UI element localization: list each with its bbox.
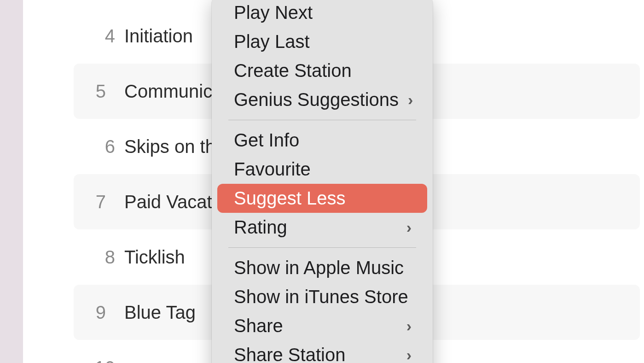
track-title: Skips on the (124, 136, 226, 157)
chevron-right-icon: › (406, 218, 412, 236)
chevron-right-icon: › (408, 91, 413, 109)
sidebar-strip (0, 0, 23, 363)
track-number: 6 (92, 136, 115, 157)
menu-item-genius-suggestions[interactable]: Genius Suggestions› (217, 85, 427, 114)
menu-separator (228, 247, 416, 248)
menu-item-play-next[interactable]: Play Next (217, 0, 427, 27)
menu-item-label: Show in Apple Music (234, 258, 404, 278)
track-number: 4 (92, 26, 115, 47)
chevron-right-icon: › (406, 317, 412, 335)
menu-item-play-last[interactable]: Play Last (217, 27, 427, 56)
context-menu[interactable]: Play NextPlay LastCreate StationGenius S… (212, 0, 433, 363)
menu-item-label: Share Station (234, 345, 345, 363)
track-title: Blue Tag (124, 302, 196, 323)
track-number: 9 (83, 302, 106, 323)
track-title: Initiation (124, 26, 193, 47)
menu-item-label: Rating (234, 217, 287, 238)
menu-item-label: Suggest Less (234, 188, 345, 209)
menu-item-favourite[interactable]: Favourite (217, 155, 427, 184)
menu-item-label: Share (234, 316, 283, 336)
track-number: 7 (83, 192, 106, 212)
menu-item-label: Show in iTunes Store (234, 287, 408, 307)
menu-separator (228, 120, 416, 120)
menu-item-label: Play Next (234, 2, 313, 23)
menu-item-rating[interactable]: Rating› (217, 213, 427, 242)
menu-item-show-in-apple-music[interactable]: Show in Apple Music (217, 253, 427, 282)
track-title: Paid Vacatio (124, 192, 226, 212)
menu-item-label: Play Last (234, 31, 310, 52)
menu-item-label: Get Info (234, 130, 299, 151)
menu-item-label: Create Station (234, 60, 352, 81)
menu-item-label: Genius Suggestions (234, 89, 399, 110)
menu-item-share[interactable]: Share› (217, 311, 427, 340)
menu-item-label: Favourite (234, 159, 311, 180)
menu-item-share-station[interactable]: Share Station› (217, 340, 427, 363)
track-number: 8 (92, 247, 115, 268)
menu-item-show-in-itunes-store[interactable]: Show in iTunes Store (217, 282, 427, 311)
menu-item-suggest-less[interactable]: Suggest Less (217, 184, 427, 213)
menu-item-get-info[interactable]: Get Info (217, 126, 427, 155)
menu-item-create-station[interactable]: Create Station (217, 56, 427, 85)
chevron-right-icon: › (406, 346, 412, 363)
track-number: 10 (92, 357, 115, 363)
track-title: Ticklish (124, 247, 185, 268)
track-number: 5 (83, 81, 106, 102)
